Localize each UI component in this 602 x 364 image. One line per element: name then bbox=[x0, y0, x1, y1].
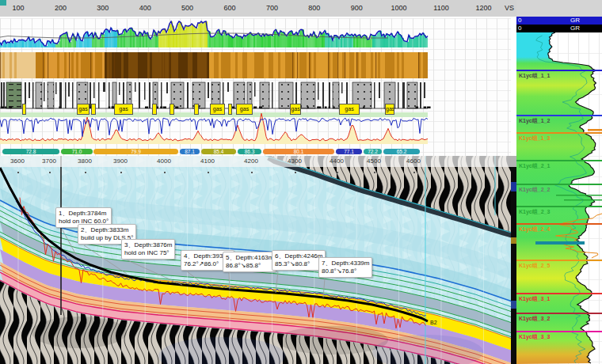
depth-value: 4000 bbox=[157, 157, 171, 165]
gas-track: gasgasgasgasgasgasgas bbox=[0, 103, 511, 117]
gr-header-row: 0GR bbox=[516, 17, 602, 25]
formation-marker-label: K1yc组_2_4 bbox=[519, 226, 550, 233]
formation-marker-line bbox=[516, 293, 602, 294]
formation-marker-label: K1yc组_2_1 bbox=[519, 162, 550, 170]
inclination-segment: 72.8 bbox=[2, 149, 59, 154]
curve-track bbox=[0, 112, 511, 144]
gas-label bbox=[228, 104, 232, 115]
formation-marker-line bbox=[516, 184, 602, 185]
corner-box bbox=[0, 0, 6, 6]
depth-tick bbox=[120, 172, 122, 173]
depth-value: 3700 bbox=[42, 157, 56, 165]
gas-label bbox=[91, 104, 96, 115]
depth-tick bbox=[164, 172, 166, 173]
inclination-segment: 85.4 bbox=[201, 149, 236, 154]
depth-value: 4100 bbox=[200, 157, 215, 165]
inclination-segment: 72.2 bbox=[364, 149, 382, 154]
gas-label: gas bbox=[114, 104, 133, 115]
vs-ruler[interactable]: 100200300400500600700800900100011001200V… bbox=[0, 0, 516, 18]
ruler-unit-label: VS bbox=[505, 4, 514, 12]
gas-label: gas bbox=[290, 104, 301, 115]
gas-label: gas bbox=[236, 104, 253, 115]
ruler-value: 700 bbox=[266, 4, 278, 12]
depth-tick bbox=[17, 172, 19, 173]
depth-value: 4500 bbox=[367, 157, 381, 165]
formation-marker-line bbox=[516, 70, 602, 71]
inclination-segment-bar: 72.871.079.987.185.486.380.177.172.265.2 bbox=[0, 149, 511, 156]
formation-marker-line bbox=[516, 331, 602, 332]
inclination-segment: 86.3 bbox=[238, 149, 261, 154]
inclination-segment: 71.0 bbox=[61, 149, 93, 154]
formation-marker-line bbox=[516, 313, 602, 314]
gas-label: gas bbox=[385, 104, 394, 115]
depth-value: 3900 bbox=[113, 157, 128, 165]
well-end-label: B2 bbox=[430, 320, 437, 325]
formation-marker-label: K1yc组_3_3 bbox=[519, 333, 550, 341]
formation-marker-label: K1yc组_2_3 bbox=[519, 208, 550, 216]
gr-header-row: 0GR bbox=[516, 25, 602, 32]
geosteering-app: 100200300400500600700800900100011001200V… bbox=[0, 0, 602, 364]
depth-ruler: 3600370038003900400041004200430044004500… bbox=[0, 156, 516, 167]
formation-marker-line bbox=[516, 115, 602, 116]
gas-label: gas bbox=[210, 104, 225, 115]
gas-label bbox=[152, 104, 157, 115]
formation-marker-label: K1yc组_3_1 bbox=[519, 295, 550, 303]
depth-value: 4300 bbox=[288, 157, 302, 165]
inclination-segment: 79.9 bbox=[93, 149, 178, 154]
ruler-value: 400 bbox=[139, 4, 151, 12]
formation-marker-label: K1yc组_1_2 bbox=[519, 117, 550, 125]
formation-marker-line bbox=[516, 160, 602, 161]
gas-label: gas bbox=[77, 104, 90, 115]
gas-label bbox=[22, 104, 26, 115]
ruler-value: 300 bbox=[97, 4, 109, 12]
ruler-value: 600 bbox=[223, 4, 235, 12]
formation-marker-label: K1yc组_1_1 bbox=[519, 72, 550, 80]
ruler-value: 200 bbox=[55, 4, 67, 12]
depth-tick bbox=[85, 172, 86, 173]
depth-tick bbox=[251, 172, 253, 173]
gas-label: gas bbox=[339, 104, 360, 115]
trajectory-annotation-5[interactable]: 5、Depth:4163m86.8°↘85.8° bbox=[223, 252, 276, 272]
depth-value: 3600 bbox=[10, 157, 25, 165]
depth-tick bbox=[337, 172, 338, 173]
depth-value: 4200 bbox=[244, 157, 258, 165]
depth-tick bbox=[374, 172, 375, 173]
ruler-value: 1100 bbox=[433, 4, 448, 12]
trajectory-annotation-7[interactable]: 7、Depth:4339m80.8°↘76.8° bbox=[318, 257, 372, 278]
main-area: 100200300400500600700800900100011001200V… bbox=[0, 0, 516, 364]
gr-track bbox=[0, 18, 511, 49]
depth-tick bbox=[208, 172, 209, 173]
ruler-value: 800 bbox=[308, 4, 320, 12]
gr-log-panel[interactable]: 0GR0GRK1yc组_1_1K1yc组_1_2K1yc组_1_3K1yc组_2… bbox=[516, 0, 602, 364]
gas-label bbox=[194, 104, 199, 115]
formation-marker-label: K1yc组_2_2 bbox=[519, 186, 550, 194]
depth-value: 4600 bbox=[406, 157, 421, 165]
formation-marker-line bbox=[516, 206, 602, 207]
inclination-segment: 77.1 bbox=[336, 149, 362, 154]
ruler-value: 1200 bbox=[475, 4, 491, 12]
lithology-color-track bbox=[0, 52, 511, 78]
depth-tick bbox=[49, 172, 51, 173]
ruler-value: 500 bbox=[181, 4, 193, 12]
inclination-segment: 80.1 bbox=[263, 149, 334, 154]
depth-value: 3800 bbox=[78, 157, 92, 165]
formation-marker-label: K1yc组_3_2 bbox=[519, 315, 550, 323]
log-tracks[interactable]: gasgasgasgasgasgasgas 72.871.079.987.185… bbox=[0, 18, 511, 156]
inclination-segment: 65.2 bbox=[383, 149, 420, 154]
ruler-value: 100 bbox=[12, 4, 24, 12]
gas-label bbox=[170, 104, 174, 115]
formation-marker-line bbox=[516, 260, 602, 261]
depth-tick bbox=[413, 172, 415, 173]
depth-tick bbox=[295, 172, 296, 173]
trajectory-annotation-3[interactable]: 3、Depth:3876mhold on INC 75° bbox=[121, 239, 175, 260]
inclination-segment: 87.1 bbox=[180, 149, 200, 154]
formation-marker-line bbox=[516, 132, 602, 134]
formation-marker-label: K1yc组_1_3 bbox=[519, 135, 550, 142]
ruler-value: 900 bbox=[351, 4, 363, 12]
ruler-value: 1000 bbox=[391, 4, 407, 12]
formation-marker-label: K1yc组_2_5 bbox=[519, 262, 550, 270]
depth-value: 4400 bbox=[330, 157, 344, 165]
formation-marker-line bbox=[516, 223, 602, 225]
